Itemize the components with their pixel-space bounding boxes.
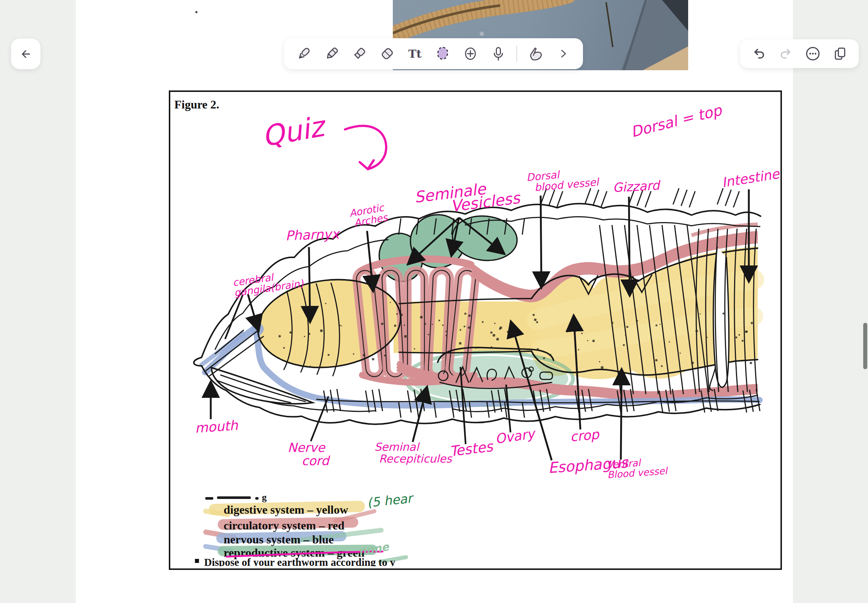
insert-plus-icon[interactable]	[461, 44, 480, 63]
occluded-text-fragment: g	[262, 492, 267, 503]
redo-icon-disabled[interactable]	[777, 44, 795, 63]
eraser-tool-icon[interactable]	[378, 44, 397, 63]
earthworm-specimen	[393, 0, 568, 35]
back-button[interactable]	[11, 39, 40, 69]
legend-circulatory: circulatory system – red	[224, 519, 345, 532]
scrollbar-thumb[interactable]	[863, 323, 867, 369]
worksheet-page	[169, 90, 782, 570]
pointer-hand-icon[interactable]	[526, 44, 545, 63]
occluded-text-dash	[217, 496, 251, 499]
text-tool-icon[interactable]: Tt	[405, 44, 424, 63]
legend-digestive: digestive system – yellow	[224, 503, 348, 516]
pen-tool-icon[interactable]	[294, 44, 313, 63]
expand-toolbar-chevron-icon[interactable]	[554, 44, 572, 63]
more-options-icon[interactable]	[803, 44, 822, 63]
pencil-tool-icon[interactable]	[322, 44, 341, 63]
figure-label: Figure 2.	[174, 98, 219, 111]
bottom-line-clip: Dispose of your earthworm according to y	[194, 556, 628, 566]
occluded-text-dash	[205, 497, 214, 500]
microphone-icon[interactable]	[489, 44, 508, 63]
stray-mark	[195, 11, 198, 13]
undo-icon[interactable]	[749, 44, 768, 63]
back-arrow-icon	[19, 47, 33, 62]
action-bar	[740, 39, 859, 68]
toolbar-divider	[517, 46, 517, 62]
occluded-text-dash	[255, 497, 258, 500]
bottom-line-text: Dispose of your earthworm according to y	[204, 556, 395, 566]
lasso-tool-icon-selected[interactable]	[433, 44, 452, 63]
highlighter-tool-icon[interactable]	[350, 44, 369, 63]
legend-nervous: nervous system – blue	[224, 533, 334, 546]
dissection-pin	[606, 2, 613, 47]
copy-pages-icon[interactable]	[831, 44, 849, 63]
pen-toolbar: Tt	[284, 38, 583, 69]
